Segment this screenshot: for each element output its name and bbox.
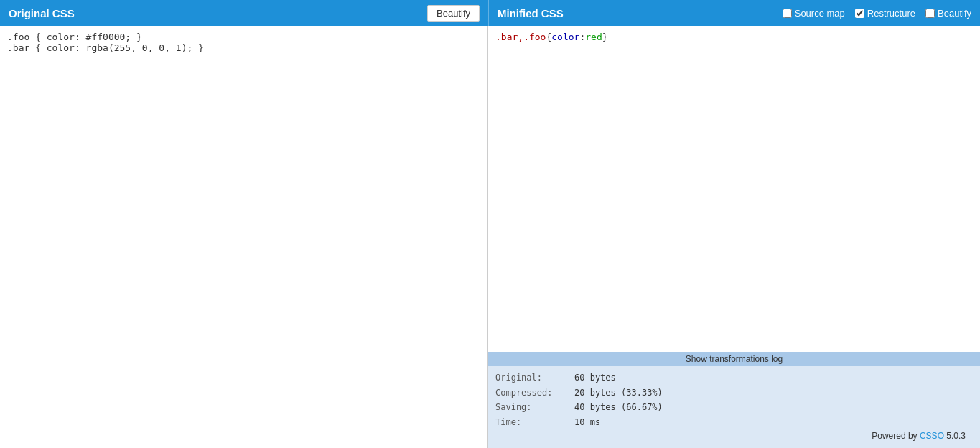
minified-css-area: .bar,.foo{color:red} [488,26,980,352]
original-stat-row: Original: 60 bytes [495,370,973,385]
options-bar: Source map Restructure Beautify [783,8,971,19]
time-label: Time: [495,415,574,429]
minified-selector: .bar,.foo [495,32,546,42]
source-map-checkbox[interactable] [783,9,792,18]
transformations-log-toggle[interactable]: Show transformations log [488,352,980,366]
stats-bar: Show transformations log Original: 60 by… [488,352,980,448]
stats-content: Original: 60 bytes Compressed: 20 bytes … [488,366,980,448]
right-panel: .bar,.foo{color:red} Show transformation… [488,26,980,448]
main-content: .foo { color: #ff0000; } .bar { color: r… [0,26,980,448]
source-map-option[interactable]: Source map [783,8,845,19]
powered-by-version: 5.0.3 [944,431,966,441]
compressed-label: Compressed: [495,386,574,400]
saving-stat-row: Saving: 40 bytes (66.67%) [495,400,973,414]
source-map-label: Source map [795,8,845,19]
left-panel-title: Original CSS [9,7,420,19]
right-header: Minified CSS Source map Restructure Beau… [489,7,980,19]
beautify-label: Beautify [938,8,971,19]
beautify-option[interactable]: Beautify [925,8,971,19]
saving-value: 40 bytes (66.67%) [574,400,663,414]
time-stat-row: Time: 10 ms [495,415,973,429]
minified-css-display: .bar,.foo{color:red} [488,26,980,48]
restructure-label: Restructure [867,8,915,19]
powered-by-text: Powered by [872,431,920,441]
original-css-editor[interactable]: .foo { color: #ff0000; } .bar { color: r… [0,26,487,448]
left-panel: .foo { color: #ff0000; } .bar { color: r… [0,26,488,448]
compressed-stat-row: Compressed: 20 bytes (33.33%) [495,386,973,400]
right-panel-title: Minified CSS [498,7,783,19]
saving-label: Saving: [495,400,574,414]
compressed-value: 20 bytes (33.33%) [574,386,663,400]
beautify-checkbox[interactable] [925,9,935,18]
restructure-checkbox[interactable] [855,9,864,18]
beautify-button[interactable]: Beautify [427,5,480,22]
left-header: Original CSS Beautify [0,5,488,22]
original-label: Original: [495,370,574,385]
restructure-option[interactable]: Restructure [855,8,915,19]
time-value: 10 ms [574,415,600,429]
original-value: 60 bytes [574,370,616,385]
powered-by: Powered by CSSO 5.0.3 [495,429,973,444]
csso-link[interactable]: CSSO [920,431,944,441]
